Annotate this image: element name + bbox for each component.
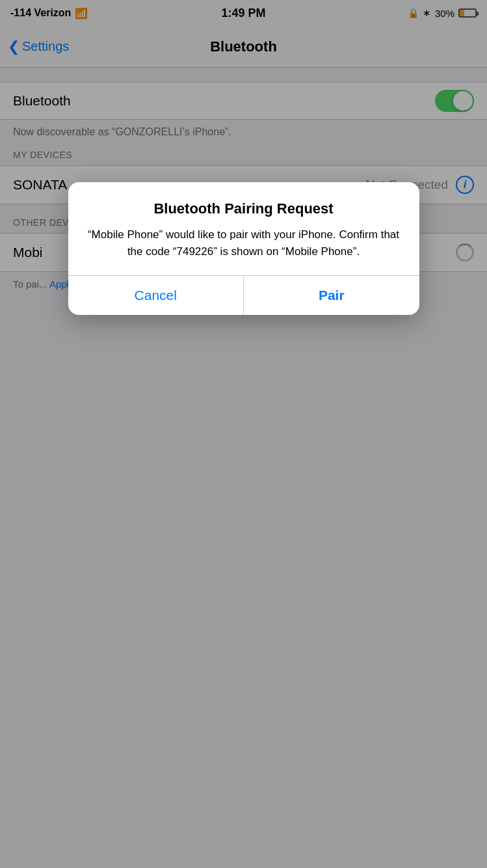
dialog-buttons: Cancel Pair (68, 275, 419, 315)
modal-overlay: Bluetooth Pairing Request “Mobile Phone”… (0, 0, 487, 868)
cancel-button[interactable]: Cancel (68, 276, 244, 315)
pair-button[interactable]: Pair (244, 276, 419, 315)
dialog-message: “Mobile Phone” would like to pair with y… (86, 226, 401, 260)
pairing-dialog: Bluetooth Pairing Request “Mobile Phone”… (68, 182, 419, 315)
dialog-title: Bluetooth Pairing Request (86, 200, 401, 217)
dialog-content: Bluetooth Pairing Request “Mobile Phone”… (68, 182, 419, 275)
